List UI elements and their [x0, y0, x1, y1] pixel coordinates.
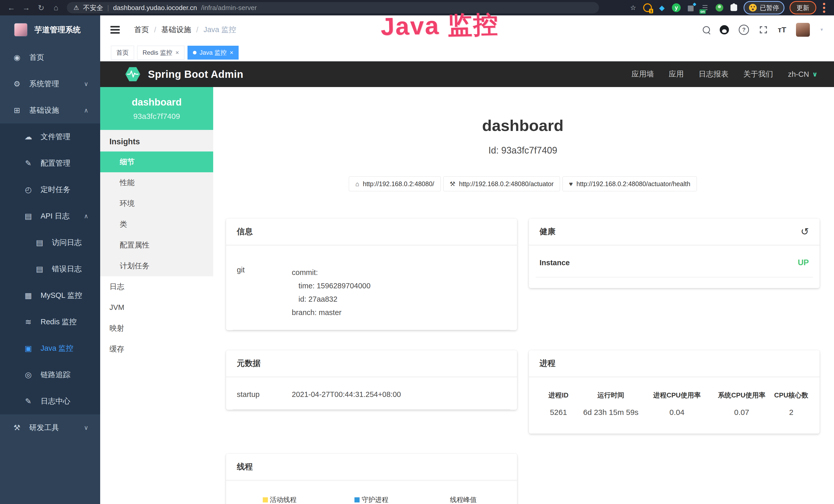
sidebar-item-label: 首页	[29, 52, 44, 63]
search-icon[interactable]	[703, 26, 710, 33]
history-icon[interactable]: ↺	[800, 227, 809, 236]
extensions-puzzle-icon[interactable]	[729, 3, 739, 12]
sba-item-mappings[interactable]: 映射	[100, 318, 213, 339]
browser-menu-dots-icon[interactable]	[823, 7, 825, 9]
git-commit-line: commit:	[292, 266, 371, 279]
instance-name: dashboard	[103, 97, 211, 108]
chevron-up-icon: ∧	[84, 212, 88, 220]
actuator-url-button[interactable]: ⚒ http://192.168.0.2:48080/actuator	[443, 176, 560, 191]
github-icon[interactable]	[720, 25, 729, 35]
edit-icon: ✎	[23, 159, 34, 168]
uptime-value: 6d 23h 15m 59s	[580, 408, 641, 417]
font-size-icon[interactable]: тT	[778, 25, 786, 34]
health-instance-label: Instance	[540, 258, 570, 267]
sba-insights-group: Insights 细节 性能 环境 类 配置属性 计划任务	[100, 130, 213, 276]
sba-locale-select[interactable]: zh-CN ∨	[788, 70, 817, 78]
sidebar-item-job[interactable]: ◴ 定时任务	[0, 176, 100, 203]
sidebar-item-trace[interactable]: ◎ 链路追踪	[0, 362, 100, 388]
cpu-cores-value: 2	[771, 408, 812, 417]
close-icon[interactable]: ×	[175, 49, 179, 56]
breadcrumb-separator: /	[196, 26, 198, 34]
sba-item-logs[interactable]: 日志	[100, 276, 213, 297]
sba-instance-header[interactable]: dashboard 93a3fc7f7409	[100, 87, 213, 130]
fullscreen-icon[interactable]	[759, 25, 768, 35]
process-card-title: 进程	[540, 358, 555, 369]
sba-nav-wallboard[interactable]: 应用墙	[632, 69, 654, 79]
extension-pin-icon[interactable]: ◆	[657, 3, 666, 12]
sidebar-item-label: 日志中心	[41, 396, 70, 407]
breadcrumb-home[interactable]: 首页	[134, 25, 149, 35]
legend-swatch-blue	[354, 497, 359, 502]
tab-redis-monitor[interactable]: Redis 监控 ×	[137, 46, 184, 60]
screen: ← → ↻ ⌂ ⚠ 不安全 | dashboard.yudao.iocoder.…	[0, 0, 834, 504]
sidebar-item-devtools[interactable]: ⚒ 研发工具 ∨	[0, 414, 100, 441]
tags-view-bar: 首页 Redis 监控 × Java 监控 ×	[100, 44, 834, 61]
sidebar-item-access-log[interactable]: ▤ 访问日志	[0, 229, 100, 256]
help-icon[interactable]: ?	[739, 25, 749, 35]
page-title: dashboard	[226, 116, 820, 135]
col-header: 进程ID	[536, 391, 581, 400]
sba-nav-journal[interactable]: 日志报表	[699, 69, 728, 79]
sba-item-jvm[interactable]: JVM	[100, 297, 213, 318]
close-icon[interactable]: ×	[229, 49, 233, 56]
breadcrumb-infra[interactable]: 基础设施	[161, 25, 191, 35]
sba-item-scheduled-tasks[interactable]: 计划任务	[100, 255, 213, 276]
legend-label: 线程峰值	[450, 495, 477, 504]
sba-item-metrics[interactable]: 性能	[100, 172, 213, 193]
sidebar-item-error-log[interactable]: ▤ 错误日志	[0, 256, 100, 282]
chevron-down-icon: ∨	[84, 81, 88, 88]
sba-item-caches[interactable]: 缓存	[100, 339, 213, 360]
service-url-button[interactable]: ⌂ http://192.168.0.2:48080/	[349, 176, 440, 191]
address-bar[interactable]: ⚠ 不安全 | dashboard.yudao.iocoder.cn/infra…	[67, 2, 599, 13]
bookmark-star-icon[interactable]: ☆	[629, 3, 638, 12]
avatar-caret-icon[interactable]: ▼	[820, 27, 824, 32]
sba-item-classes[interactable]: 类	[100, 214, 213, 235]
extension-refresh-icon[interactable]: 1	[643, 3, 652, 12]
sba-nav-about[interactable]: 关于我们	[743, 69, 773, 79]
sba-brand[interactable]: Spring Boot Admin	[124, 66, 243, 83]
browser-back-button[interactable]: ←	[5, 2, 18, 13]
sba-item-configprops[interactable]: 配置属性	[100, 235, 213, 255]
extension-adblock-icon[interactable]: ☰on	[700, 3, 710, 12]
tab-java-monitor[interactable]: Java 监控 ×	[188, 46, 239, 60]
browser-home-button[interactable]: ⌂	[49, 2, 63, 13]
info-card-title: 信息	[237, 226, 253, 237]
metadata-card: 元数据 startup 2021-04-27T00:44:31.254+08:0…	[226, 350, 517, 410]
sidebar-item-home[interactable]: ◉ 首页	[0, 44, 100, 71]
metadata-key: startup	[237, 390, 292, 399]
browser-forward-button[interactable]: →	[20, 2, 33, 13]
tab-home[interactable]: 首页	[111, 46, 134, 60]
hamburger-icon[interactable]	[110, 29, 120, 30]
chevron-down-icon: ∨	[812, 70, 817, 78]
on-badge: on	[699, 9, 706, 14]
app-logo-avatar	[14, 23, 27, 36]
sidebar-item-system[interactable]: ⚙ 系统管理 ∨	[0, 71, 100, 97]
sidebar-item-infra[interactable]: ⊞ 基础设施 ∧	[0, 97, 100, 123]
sidebar-item-file[interactable]: ☁ 文件管理	[0, 123, 100, 150]
browser-reload-button[interactable]: ↻	[35, 2, 48, 13]
sba-body: dashboard 93a3fc7f7409 Insights 细节 性能 环境…	[100, 87, 834, 504]
sba-sidebar: dashboard 93a3fc7f7409 Insights 细节 性能 环境…	[100, 87, 213, 504]
sba-item-environment[interactable]: 环境	[100, 193, 213, 214]
legend-swatch-yellow	[263, 497, 268, 502]
sidebar-item-mysql[interactable]: ▦ MySQL 监控	[0, 282, 100, 308]
profile-paused-badge[interactable]: 已暂停	[744, 1, 785, 15]
health-card: 健康 ↺ Instance UP	[529, 219, 820, 288]
tab-label: Java 监控	[200, 48, 226, 57]
user-avatar[interactable]	[796, 23, 810, 37]
health-url-button[interactable]: ♥ http://192.168.0.2:48080/actuator/heal…	[563, 176, 697, 191]
card-grid: 信息 git commit: time: 1596289704000 id: 2…	[226, 219, 820, 504]
sidebar-item-redis[interactable]: ≋ Redis 监控	[0, 308, 100, 335]
sba-nav-applications[interactable]: 应用	[669, 69, 684, 79]
table-row: git commit: time: 1596289704000 id: 27aa…	[233, 254, 510, 330]
extension-grid-icon[interactable]: ▦	[686, 3, 695, 12]
sba-item-details[interactable]: 细节	[100, 152, 213, 172]
sidebar-item-config[interactable]: ✎ 配置管理	[0, 150, 100, 176]
sidebar-item-java-monitor[interactable]: ▣ Java 监控	[0, 335, 100, 362]
extension-leaf-icon[interactable]	[715, 3, 724, 12]
browser-update-button[interactable]: 更新	[790, 1, 816, 15]
sidebar-item-log-center[interactable]: ✎ 日志中心	[0, 388, 100, 414]
mysql-icon: ▦	[23, 291, 34, 300]
sidebar-item-api-log[interactable]: ▤ API 日志 ∧	[0, 203, 100, 229]
extension-y-icon[interactable]: y	[672, 3, 681, 12]
